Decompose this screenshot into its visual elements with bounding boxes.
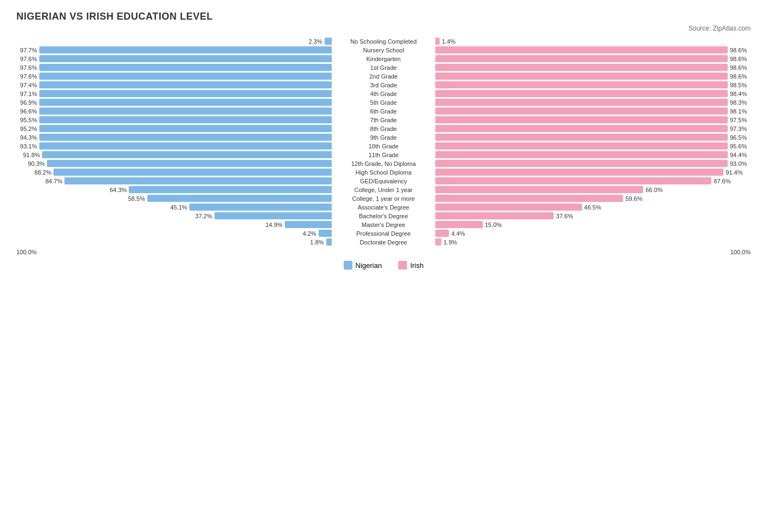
category-label: 3rd Grade	[332, 82, 435, 88]
legend-nigerian-label: Nigerian	[356, 261, 382, 270]
irish-bar	[435, 169, 723, 176]
nigerian-row: 37.2%Bachelor's Degree37.6%	[16, 212, 751, 219]
irish-bar	[435, 230, 449, 237]
irish-value-label: 66.0%	[645, 187, 666, 193]
irish-value-label: 1.9%	[444, 239, 464, 246]
nigerian-bar	[325, 38, 332, 45]
nigerian-value-label: 97.1%	[16, 91, 37, 97]
nigerian-value-label: 4.2%	[296, 230, 316, 237]
row-group: 95.2%8th Grade97.3%	[16, 125, 751, 133]
row-group: 91.8%11th Grade94.4%	[16, 151, 751, 159]
nigerian-bar	[326, 238, 332, 246]
nigerian-value-label: 45.1%	[166, 204, 187, 211]
irish-value-label: 91.4%	[726, 169, 746, 176]
nigerian-value-label: 95.2%	[16, 125, 37, 132]
irish-bar	[435, 46, 728, 53]
nigerian-row: 96.6%6th Grade98.1%	[16, 107, 751, 115]
row-group: 90.3%12th Grade, No Diploma93.0%	[16, 160, 751, 168]
nigerian-row: 97.4%3rd Grade98.5%	[16, 81, 751, 88]
nigerian-value-label: 84.7%	[41, 178, 62, 184]
irish-value-label: 98.6%	[730, 64, 751, 71]
nigerian-value-label: 97.7%	[16, 47, 37, 53]
row-group: 2.3%No Schooling Completed1.4%	[16, 38, 751, 45]
irish-bar	[435, 238, 441, 246]
nigerian-value-label: 97.6%	[16, 64, 37, 71]
row-group: 37.2%Bachelor's Degree37.6%	[16, 212, 751, 220]
nigerian-row: 64.3%College, Under 1 year66.0%	[16, 186, 751, 193]
legend: Nigerian Irish	[16, 261, 751, 270]
page-title: NIGERIAN VS IRISH EDUCATION LEVEL	[16, 11, 751, 22]
nigerian-bar	[39, 64, 332, 71]
nigerian-bar	[39, 99, 332, 106]
irish-value-label: 98.6%	[730, 73, 751, 80]
category-label: Doctorate Degree	[332, 239, 435, 246]
irish-value-label: 15.0%	[485, 222, 506, 228]
row-group: 94.3%9th Grade96.5%	[16, 134, 751, 141]
nigerian-value-label: 37.2%	[191, 213, 212, 219]
nigerian-row: 97.6%Kindergarten98.6%	[16, 55, 751, 62]
category-label: 7th Grade	[332, 117, 435, 123]
nigerian-row: 97.7%Nursery School98.6%	[16, 46, 751, 53]
irish-value-label: 98.4%	[730, 91, 751, 97]
irish-value-label: 98.6%	[730, 47, 751, 53]
irish-value-label: 46.5%	[584, 204, 605, 211]
irish-value-label: 4.4%	[451, 230, 472, 237]
nigerian-bar	[39, 134, 332, 141]
nigerian-bar	[39, 73, 332, 80]
category-label: 6th Grade	[332, 108, 435, 115]
category-label: Master's Degree	[332, 222, 435, 228]
nigerian-value-label: 93.1%	[16, 143, 37, 150]
irish-value-label: 95.6%	[730, 143, 751, 150]
category-label: 8th Grade	[332, 125, 435, 132]
nigerian-row: 97.6%1st Grade98.6%	[16, 64, 751, 71]
nigerian-row: 84.7%GED/Equivalency87.6%	[16, 177, 751, 184]
nigerian-bar	[285, 221, 332, 228]
nigerian-value-label: 96.6%	[16, 108, 37, 115]
category-label: Kindergarten	[332, 56, 435, 62]
nigerian-row: 90.3%12th Grade, No Diploma93.0%	[16, 160, 751, 167]
nigerian-bar	[53, 169, 332, 176]
irish-bar	[435, 177, 711, 184]
category-label: 10th Grade	[332, 143, 435, 150]
category-label: 11th Grade	[332, 152, 435, 158]
category-label: Nursery School	[332, 47, 435, 53]
row-group: 97.4%3rd Grade98.5%	[16, 81, 751, 89]
nigerian-bar	[42, 151, 332, 158]
nigerian-row: 93.1%10th Grade95.6%	[16, 142, 751, 150]
nigerian-bar	[214, 212, 332, 219]
irish-value-label: 37.6%	[556, 213, 577, 219]
nigerian-value-label: 88.2%	[31, 169, 51, 176]
nigerian-bar	[39, 90, 332, 97]
nigerian-row: 96.9%5th Grade98.3%	[16, 99, 751, 106]
nigerian-bar	[64, 177, 332, 184]
category-label: No Schooling Completed	[332, 38, 435, 45]
category-label: 5th Grade	[332, 99, 435, 106]
row-group: 97.6%2nd Grade98.6%	[16, 73, 751, 80]
irish-bar	[435, 186, 643, 193]
nigerian-row: 4.2%Professional Degree4.4%	[16, 230, 751, 237]
irish-value-label: 1.4%	[442, 38, 463, 45]
row-group: 88.2%High School Diploma91.4%	[16, 169, 751, 176]
nigerian-bar	[39, 125, 332, 132]
row-group: 96.6%6th Grade98.1%	[16, 107, 751, 115]
irish-bar	[435, 116, 728, 123]
row-group: 84.7%GED/Equivalency87.6%	[16, 177, 751, 185]
irish-bar	[435, 99, 728, 106]
nigerian-value-label: 1.8%	[303, 239, 324, 246]
irish-bar	[435, 81, 728, 88]
irish-bar	[435, 151, 728, 158]
irish-bar	[435, 160, 728, 167]
nigerian-value-label: 96.9%	[16, 99, 37, 106]
irish-bar	[435, 73, 728, 80]
category-label: Professional Degree	[332, 230, 435, 237]
category-label: 12th Grade, No Diploma	[332, 160, 435, 167]
irish-value-label: 87.6%	[714, 178, 734, 184]
nigerian-value-label: 90.3%	[24, 160, 45, 167]
irish-value-label: 98.3%	[730, 99, 751, 106]
nigerian-row: 95.5%7th Grade97.5%	[16, 116, 751, 123]
irish-value-label: 98.1%	[730, 108, 751, 115]
nigerian-bar	[39, 81, 332, 88]
row-group: 95.5%7th Grade97.5%	[16, 116, 751, 124]
chart-container: 2.3%No Schooling Completed1.4%97.7%Nurse…	[16, 38, 751, 246]
irish-bar	[435, 212, 554, 219]
